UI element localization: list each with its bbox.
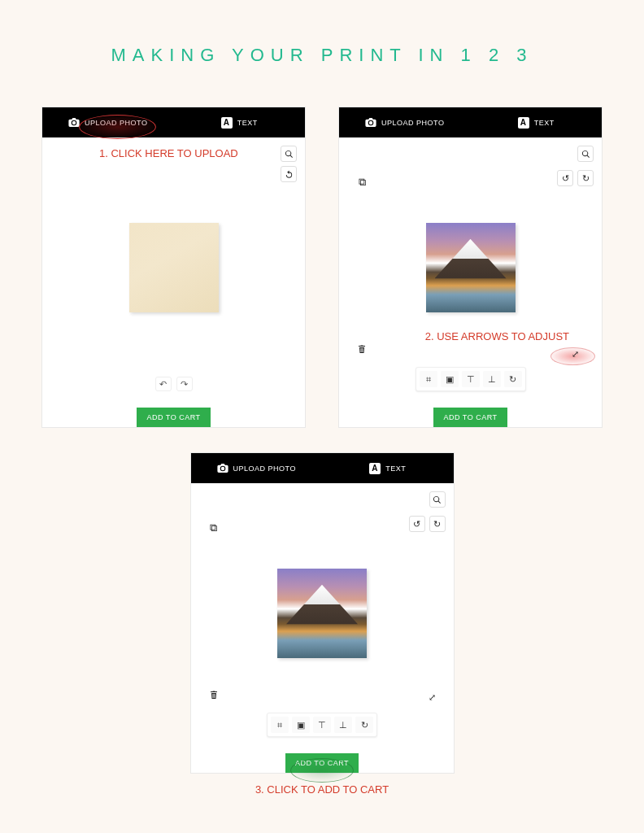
text-icon: A	[369, 463, 381, 474]
fit-icon: ▣	[297, 720, 305, 731]
upload-photo-label: UPLOAD PHOTO	[85, 119, 147, 127]
align-top-button[interactable]: ⊤	[313, 717, 331, 733]
magnifier-icon	[581, 150, 590, 159]
blank-print-surface[interactable]	[129, 223, 219, 312]
camera-icon	[68, 118, 80, 127]
reset-button[interactable]: ↻	[504, 371, 522, 387]
crop-button[interactable]: ⌗	[420, 371, 437, 387]
align-top-icon: ⊤	[467, 374, 475, 385]
reset-button[interactable]: ↻	[355, 717, 373, 733]
uploaded-photo[interactable]	[426, 223, 516, 312]
zoom-button[interactable]	[281, 146, 297, 162]
step-1-card: UPLOAD PHOTO A TEXT 1. CLICK HERE TO UPL…	[41, 107, 306, 428]
delete-button[interactable]	[354, 341, 370, 357]
text-icon: A	[518, 117, 529, 129]
trash-icon	[209, 690, 219, 700]
upload-photo-tab[interactable]: UPLOAD PHOTO	[42, 118, 174, 127]
crop-button[interactable]: ⌗	[271, 717, 289, 733]
add-to-cart-button[interactable]: ADD TO CART	[433, 408, 507, 427]
undo-redo-row: ↶ ↷	[155, 377, 193, 391]
text-icon: A	[221, 117, 233, 129]
text-tab-label: TEXT	[534, 119, 555, 127]
align-top-icon: ⊤	[318, 720, 326, 731]
page-title: MAKING YOUR PRINT IN 1 2 3	[0, 0, 644, 66]
reset-icon: ↻	[361, 720, 368, 731]
editor-header: UPLOAD PHOTO A TEXT	[191, 453, 454, 483]
resize-handle-icon[interactable]: ⤢	[572, 349, 579, 360]
fit-button[interactable]: ▣	[441, 371, 459, 387]
fit-button[interactable]: ▣	[292, 717, 310, 733]
rotate-ccw-icon: ↺	[413, 519, 420, 530]
step-2-card: UPLOAD PHOTO A TEXT ↻ ↺ ⧉ 2. USE AR	[338, 107, 603, 428]
rotate-ccw-icon: ↺	[562, 173, 569, 184]
text-tab[interactable]: A TEXT	[174, 117, 306, 129]
magnifier-icon	[433, 495, 442, 504]
editor-header: UPLOAD PHOTO A TEXT	[339, 107, 602, 137]
align-bottom-button[interactable]: ⊥	[334, 717, 352, 733]
text-tab[interactable]: A TEXT	[322, 463, 454, 474]
editor-canvas[interactable]: ↻ ↺ ⧉ 2. USE ARROWS TO ADJUST ⤢ ⌗ ▣ ⊤ ⊥ …	[339, 137, 602, 398]
fit-icon: ▣	[446, 374, 454, 385]
copy-icon: ⧉	[210, 521, 217, 534]
annotation-step-2: 2. USE ARROWS TO ADJUST	[425, 330, 569, 342]
delete-button[interactable]	[206, 687, 222, 703]
rotate-cw-button[interactable]: ↻	[577, 170, 594, 186]
text-tab-label: TEXT	[237, 119, 258, 127]
upload-photo-label: UPLOAD PHOTO	[381, 119, 444, 127]
crop-tool-row: ⌗ ▣ ⊤ ⊥ ↻	[267, 713, 377, 737]
editor-header: UPLOAD PHOTO A TEXT	[42, 107, 305, 137]
trash-icon	[357, 344, 367, 355]
copy-icon: ⧉	[359, 176, 366, 189]
add-to-cart-button[interactable]: ADD TO CART	[137, 408, 210, 427]
uploaded-photo[interactable]	[277, 569, 367, 658]
text-tab-label: TEXT	[385, 464, 406, 473]
crop-icon: ⌗	[426, 374, 431, 385]
text-tab[interactable]: A TEXT	[471, 117, 603, 129]
crop-tool-row: ⌗ ▣ ⊤ ⊥ ↻	[416, 367, 526, 391]
magnifier-icon	[285, 150, 294, 159]
camera-icon	[217, 464, 228, 473]
rotate-ccw-button[interactable]: ↺	[409, 516, 425, 532]
upload-photo-label: UPLOAD PHOTO	[233, 464, 296, 473]
refresh-button[interactable]	[281, 166, 297, 182]
crop-icon: ⌗	[277, 720, 282, 731]
annotation-step-1: 1. CLICK HERE TO UPLOAD	[99, 147, 238, 159]
align-bottom-button[interactable]: ⊥	[483, 371, 501, 387]
upload-photo-tab[interactable]: UPLOAD PHOTO	[339, 118, 471, 127]
resize-handle-icon[interactable]: ⤢	[429, 692, 436, 703]
rotate-cw-icon: ↻	[582, 173, 590, 184]
copy-button[interactable]: ⧉	[206, 520, 222, 536]
annotation-step-3: 3. CLICK TO ADD TO CART	[255, 783, 389, 796]
zoom-button[interactable]	[429, 491, 446, 508]
editor-canvas[interactable]: ↻ ↺ ⧉ ⤢ ⌗ ▣ ⊤ ⊥ ↻	[191, 483, 454, 744]
rotate-cw-button[interactable]: ↻	[429, 516, 446, 532]
zoom-button[interactable]	[577, 146, 594, 162]
camera-icon	[365, 118, 376, 127]
add-to-cart-button[interactable]: ADD TO CART	[285, 753, 359, 773]
upload-photo-tab[interactable]: UPLOAD PHOTO	[191, 464, 323, 473]
redo-button[interactable]: ↷	[176, 377, 193, 391]
redo-icon: ↷	[181, 379, 188, 390]
undo-button[interactable]: ↶	[155, 377, 172, 391]
rotate-cw-icon: ↻	[433, 519, 441, 530]
reset-icon: ↻	[509, 374, 516, 385]
copy-button[interactable]: ⧉	[354, 174, 370, 190]
step-3-card: UPLOAD PHOTO A TEXT ↻ ↺ ⧉ ⤢	[190, 452, 455, 774]
refresh-icon	[285, 170, 294, 179]
undo-icon: ↶	[159, 379, 167, 390]
align-top-button[interactable]: ⊤	[462, 371, 480, 387]
align-bottom-icon: ⊥	[488, 374, 496, 385]
editor-canvas[interactable]: 1. CLICK HERE TO UPLOAD ↶ ↷	[42, 137, 305, 398]
align-bottom-icon: ⊥	[339, 720, 347, 731]
rotate-ccw-button[interactable]: ↺	[557, 170, 573, 186]
